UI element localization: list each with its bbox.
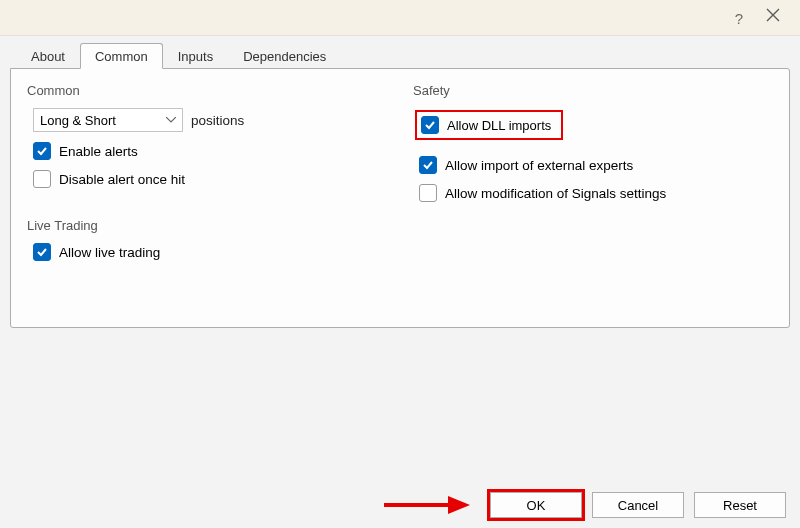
cancel-button[interactable]: Cancel — [592, 492, 684, 518]
allow-signals-mod-check[interactable]: Allow modification of Signals settings — [419, 184, 777, 202]
tab-inputs[interactable]: Inputs — [163, 43, 228, 69]
group-title-common: Common — [27, 83, 391, 98]
reset-button[interactable]: Reset — [694, 492, 786, 518]
svg-marker-1 — [448, 496, 470, 514]
help-icon[interactable]: ? — [724, 10, 754, 28]
checkbox-icon[interactable] — [33, 170, 51, 188]
allow-signals-mod-label: Allow modification of Signals settings — [445, 186, 666, 201]
disable-alert-once-label: Disable alert once hit — [59, 172, 185, 187]
disable-alert-once-check[interactable]: Disable alert once hit — [33, 170, 391, 188]
tab-dependencies[interactable]: Dependencies — [228, 43, 341, 69]
dialog-footer: OK Cancel Reset — [0, 492, 800, 518]
left-column: Common Long & Short positions Enable ale… — [23, 81, 391, 313]
positions-label: positions — [191, 113, 244, 128]
enable-alerts-check[interactable]: Enable alerts — [33, 142, 391, 160]
tab-common[interactable]: Common — [80, 43, 163, 69]
ok-button[interactable]: OK — [490, 492, 582, 518]
checkbox-icon[interactable] — [33, 243, 51, 261]
tab-bar: About Common Inputs Dependencies — [10, 42, 790, 68]
checkbox-icon[interactable] — [419, 184, 437, 202]
allow-dll-highlight: Allow DLL imports — [415, 110, 563, 140]
close-icon[interactable] — [758, 8, 788, 26]
tab-panel-common: Common Long & Short positions Enable ale… — [10, 68, 790, 328]
enable-alerts-label: Enable alerts — [59, 144, 138, 159]
group-title-live: Live Trading — [27, 218, 391, 233]
allow-dll-label: Allow DLL imports — [447, 118, 551, 133]
allow-external-check[interactable]: Allow import of external experts — [419, 156, 777, 174]
checkbox-icon[interactable] — [419, 156, 437, 174]
dialog-body: About Common Inputs Dependencies Common … — [0, 36, 800, 328]
arrow-annotation-icon — [382, 493, 472, 517]
right-column: Safety Allow DLL imports Allow import of… — [409, 81, 777, 313]
group-title-safety: Safety — [413, 83, 777, 98]
positions-row: Long & Short positions — [33, 108, 391, 132]
tab-about[interactable]: About — [16, 43, 80, 69]
allow-live-trading-check[interactable]: Allow live trading — [33, 243, 391, 261]
allow-external-label: Allow import of external experts — [445, 158, 633, 173]
positions-combo[interactable]: Long & Short — [33, 108, 183, 132]
checkbox-icon[interactable] — [33, 142, 51, 160]
checkbox-icon[interactable] — [421, 116, 439, 134]
allow-live-trading-label: Allow live trading — [59, 245, 160, 260]
title-bar: ? — [0, 0, 800, 36]
